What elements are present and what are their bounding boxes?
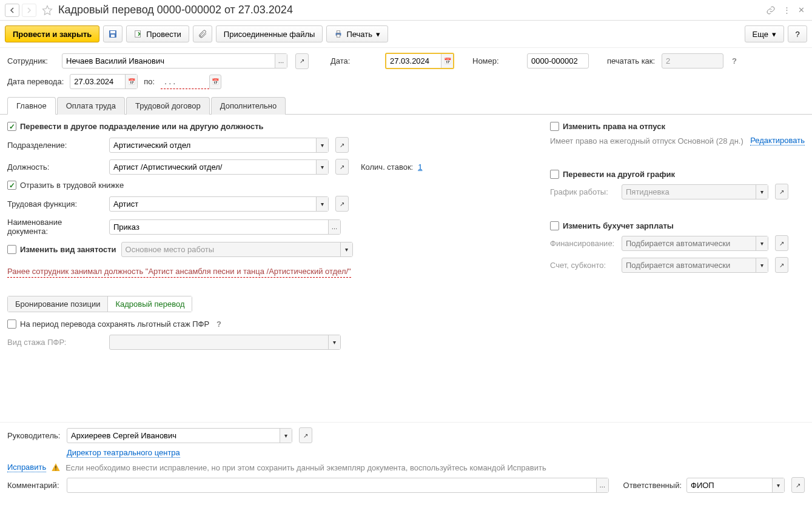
open-ref-icon[interactable]: ↗	[299, 427, 312, 443]
svg-rect-7	[56, 466, 56, 469]
conduct-button[interactable]: Провести	[126, 25, 189, 42]
accounting-checkbox[interactable]: Изменить бухучет зарплаты	[550, 221, 674, 230]
attach-button[interactable]	[193, 25, 212, 42]
employee-label: Сотрудник:	[7, 56, 56, 65]
number-label: Номер:	[472, 56, 521, 65]
to-label: по:	[144, 77, 155, 86]
dropdown-icon[interactable]: ▾	[756, 258, 768, 272]
link-icon[interactable]	[766, 5, 778, 15]
rates-label: Колич. ставок:	[361, 162, 413, 172]
comment-input[interactable]: …	[67, 478, 609, 493]
dropdown-icon[interactable]: ▾	[316, 160, 328, 174]
edit-vacation-link[interactable]: Редактировать	[750, 136, 805, 145]
ellipsis-icon[interactable]: …	[328, 220, 340, 234]
print-as-input[interactable]	[662, 53, 723, 69]
dropdown-icon[interactable]: ▾	[316, 138, 328, 152]
rates-link[interactable]: 1	[418, 162, 422, 172]
pfr-checkbox[interactable]: На период перевода сохранять льготный ст…	[7, 319, 209, 329]
workbook-checkbox[interactable]: Отразить в трудовой книжке	[7, 181, 124, 190]
employment-type-checkbox[interactable]: Изменить вид занятости	[7, 245, 116, 254]
responsible-input[interactable]: ▾	[686, 478, 785, 493]
dept-label: Подразделение:	[7, 141, 104, 150]
dropdown-icon[interactable]: ▾	[772, 478, 784, 492]
nav-back-button[interactable]	[5, 4, 19, 17]
function-input[interactable]: ▾	[109, 196, 329, 212]
calendar-icon[interactable]: 📅	[441, 54, 453, 68]
dropdown-icon[interactable]: ▾	[316, 197, 328, 211]
save-button[interactable]	[103, 25, 122, 42]
schedule-input[interactable]: ▾	[622, 184, 768, 199]
employee-input[interactable]: …	[62, 53, 287, 69]
dropdown-icon[interactable]: ▾	[756, 236, 768, 250]
transfer-date-input[interactable]: 📅	[70, 74, 138, 89]
open-ref-icon[interactable]: ↗	[335, 196, 349, 212]
manager-input[interactable]: ▾	[67, 428, 292, 443]
comment-label: Комментарий:	[7, 481, 62, 490]
date-label: Дата:	[331, 56, 379, 65]
date-input[interactable]: 📅	[385, 53, 454, 69]
open-ref-icon[interactable]: ↗	[775, 257, 788, 273]
tab-salary[interactable]: Оплата труда	[57, 97, 125, 115]
print-button[interactable]: Печать▾	[326, 25, 388, 42]
favorite-star-icon[interactable]	[41, 4, 53, 16]
toolbar: Провести и закрыть Провести Присоединенн…	[0, 21, 812, 48]
vacation-text: Имеет право на ежегодный отпуск Основной…	[550, 136, 745, 145]
help-q-icon[interactable]: ?	[216, 319, 221, 329]
subtab-transfer[interactable]: Кадровый перевод	[108, 296, 192, 312]
position-input[interactable]: ▾	[109, 159, 329, 175]
account-input[interactable]: ▾	[622, 258, 768, 273]
open-ref-icon[interactable]: ↗	[335, 159, 349, 175]
to-date-input[interactable]: . . .📅	[161, 75, 221, 89]
pfr-type-label: Вид стажа ПФР:	[7, 338, 104, 347]
ellipsis-icon[interactable]: …	[275, 54, 287, 68]
close-icon[interactable]: ✕	[795, 5, 807, 15]
docname-input[interactable]: …	[109, 219, 341, 235]
ellipsis-icon[interactable]: …	[596, 478, 608, 492]
help-button[interactable]: ?	[788, 25, 807, 42]
pfr-type-input[interactable]: ▾	[109, 335, 341, 350]
open-ref-icon[interactable]: ↗	[335, 137, 349, 153]
nav-forward-button[interactable]	[22, 4, 36, 17]
docname-label: Наименование документа:	[7, 218, 104, 236]
schedule-checkbox[interactable]: Перевести на другой график	[550, 170, 675, 179]
dropdown-icon[interactable]: ▾	[280, 429, 292, 443]
subtab-booking[interactable]: Бронирование позиции	[8, 296, 108, 312]
footer: Руководитель: ▾ ↗ Директор театрального …	[0, 422, 812, 505]
dropdown-icon[interactable]: ▾	[328, 335, 340, 349]
more-button[interactable]: Еще ▾	[745, 25, 784, 42]
header-row2: Дата перевода: 📅 по: . . .📅	[0, 74, 812, 94]
transfer-date-label: Дата перевода:	[7, 77, 64, 86]
tab-main[interactable]: Главное	[7, 97, 56, 115]
svg-rect-8	[56, 469, 56, 470]
help-q-icon[interactable]: ?	[732, 56, 737, 65]
vacation-checkbox[interactable]: Изменить права на отпуск	[550, 122, 665, 131]
dropdown-icon[interactable]: ▾	[756, 185, 768, 199]
fix-text: Если необходимо внести исправление, но п…	[65, 463, 546, 472]
open-ref-icon[interactable]: ↗	[775, 184, 788, 199]
calendar-icon[interactable]: 📅	[209, 75, 221, 89]
manager-position-link[interactable]: Директор театрального центра	[67, 448, 180, 458]
open-ref-icon[interactable]: ↗	[295, 53, 309, 69]
tab-contract[interactable]: Трудовой договор	[126, 97, 210, 115]
open-ref-icon[interactable]: ↗	[775, 235, 788, 251]
open-ref-icon[interactable]: ↗	[791, 477, 805, 493]
dropdown-icon[interactable]: ▾	[340, 242, 352, 256]
fix-link[interactable]: Исправить	[7, 463, 46, 472]
calendar-icon[interactable]: 📅	[125, 75, 137, 89]
tab-additional[interactable]: Дополнительно	[211, 97, 286, 115]
svg-rect-2	[111, 35, 115, 37]
number-input[interactable]	[527, 53, 589, 69]
dept-input[interactable]: ▾	[109, 138, 329, 153]
account-label: Счет, субконто:	[550, 261, 617, 270]
warning-icon	[51, 463, 61, 472]
tab-content: Перевести в другое подразделение или на …	[0, 115, 812, 363]
manager-label: Руководитель:	[7, 431, 62, 440]
schedule-label: График работы:	[550, 187, 617, 196]
menu-dots-icon[interactable]: ⋮	[780, 5, 793, 15]
transfer-checkbox[interactable]: Перевести в другое подразделение или на …	[7, 122, 264, 131]
employment-type-input[interactable]: ▾	[121, 242, 353, 257]
conduct-close-button[interactable]: Провести и закрыть	[5, 25, 99, 42]
financing-input[interactable]: ▾	[622, 236, 768, 251]
function-label: Трудовая функция:	[7, 199, 104, 209]
attached-files-button[interactable]: Присоединенные файлы	[216, 25, 323, 42]
